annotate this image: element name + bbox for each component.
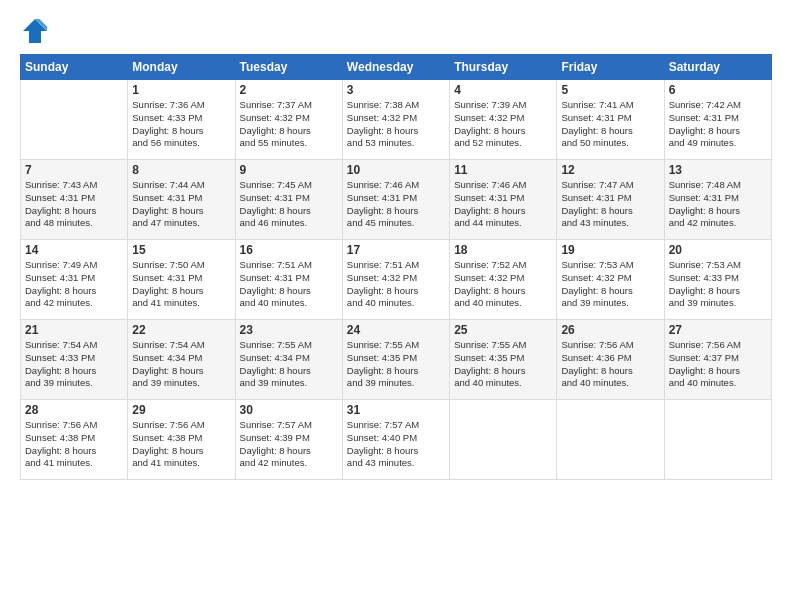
day-info: Sunrise: 7:44 AM Sunset: 4:31 PM Dayligh… [132,179,230,230]
calendar-cell: 1Sunrise: 7:36 AM Sunset: 4:33 PM Daylig… [128,80,235,160]
day-info: Sunrise: 7:42 AM Sunset: 4:31 PM Dayligh… [669,99,767,150]
calendar-cell: 27Sunrise: 7:56 AM Sunset: 4:37 PM Dayli… [664,320,771,400]
day-number: 3 [347,83,445,97]
calendar-cell: 2Sunrise: 7:37 AM Sunset: 4:32 PM Daylig… [235,80,342,160]
day-info: Sunrise: 7:38 AM Sunset: 4:32 PM Dayligh… [347,99,445,150]
weekday-header-saturday: Saturday [664,55,771,80]
weekday-header-sunday: Sunday [21,55,128,80]
day-number: 29 [132,403,230,417]
week-row-4: 21Sunrise: 7:54 AM Sunset: 4:33 PM Dayli… [21,320,772,400]
calendar-cell [664,400,771,480]
calendar-cell: 9Sunrise: 7:45 AM Sunset: 4:31 PM Daylig… [235,160,342,240]
day-number: 2 [240,83,338,97]
calendar-cell: 4Sunrise: 7:39 AM Sunset: 4:32 PM Daylig… [450,80,557,160]
calendar-cell [21,80,128,160]
page-header [20,16,772,46]
calendar-cell: 12Sunrise: 7:47 AM Sunset: 4:31 PM Dayli… [557,160,664,240]
calendar-cell: 11Sunrise: 7:46 AM Sunset: 4:31 PM Dayli… [450,160,557,240]
day-info: Sunrise: 7:36 AM Sunset: 4:33 PM Dayligh… [132,99,230,150]
logo-icon [20,16,50,46]
calendar-cell: 8Sunrise: 7:44 AM Sunset: 4:31 PM Daylig… [128,160,235,240]
day-number: 13 [669,163,767,177]
week-row-1: 1Sunrise: 7:36 AM Sunset: 4:33 PM Daylig… [21,80,772,160]
calendar-cell: 31Sunrise: 7:57 AM Sunset: 4:40 PM Dayli… [342,400,449,480]
svg-marker-0 [23,19,47,43]
calendar-cell: 30Sunrise: 7:57 AM Sunset: 4:39 PM Dayli… [235,400,342,480]
week-row-2: 7Sunrise: 7:43 AM Sunset: 4:31 PM Daylig… [21,160,772,240]
calendar-cell: 15Sunrise: 7:50 AM Sunset: 4:31 PM Dayli… [128,240,235,320]
calendar-cell: 14Sunrise: 7:49 AM Sunset: 4:31 PM Dayli… [21,240,128,320]
day-info: Sunrise: 7:55 AM Sunset: 4:35 PM Dayligh… [454,339,552,390]
day-info: Sunrise: 7:55 AM Sunset: 4:35 PM Dayligh… [347,339,445,390]
day-info: Sunrise: 7:45 AM Sunset: 4:31 PM Dayligh… [240,179,338,230]
weekday-header-friday: Friday [557,55,664,80]
calendar-cell: 3Sunrise: 7:38 AM Sunset: 4:32 PM Daylig… [342,80,449,160]
calendar-cell: 24Sunrise: 7:55 AM Sunset: 4:35 PM Dayli… [342,320,449,400]
day-info: Sunrise: 7:51 AM Sunset: 4:31 PM Dayligh… [240,259,338,310]
day-info: Sunrise: 7:56 AM Sunset: 4:36 PM Dayligh… [561,339,659,390]
calendar-cell: 28Sunrise: 7:56 AM Sunset: 4:38 PM Dayli… [21,400,128,480]
day-info: Sunrise: 7:49 AM Sunset: 4:31 PM Dayligh… [25,259,123,310]
day-number: 16 [240,243,338,257]
day-info: Sunrise: 7:54 AM Sunset: 4:34 PM Dayligh… [132,339,230,390]
day-number: 11 [454,163,552,177]
calendar-cell [557,400,664,480]
day-info: Sunrise: 7:43 AM Sunset: 4:31 PM Dayligh… [25,179,123,230]
calendar-cell: 6Sunrise: 7:42 AM Sunset: 4:31 PM Daylig… [664,80,771,160]
day-number: 5 [561,83,659,97]
day-info: Sunrise: 7:46 AM Sunset: 4:31 PM Dayligh… [347,179,445,230]
day-info: Sunrise: 7:57 AM Sunset: 4:40 PM Dayligh… [347,419,445,470]
calendar-cell: 19Sunrise: 7:53 AM Sunset: 4:32 PM Dayli… [557,240,664,320]
day-info: Sunrise: 7:56 AM Sunset: 4:37 PM Dayligh… [669,339,767,390]
calendar-table: SundayMondayTuesdayWednesdayThursdayFrid… [20,54,772,480]
calendar-cell: 18Sunrise: 7:52 AM Sunset: 4:32 PM Dayli… [450,240,557,320]
calendar-cell: 17Sunrise: 7:51 AM Sunset: 4:32 PM Dayli… [342,240,449,320]
calendar-cell [450,400,557,480]
calendar-cell: 21Sunrise: 7:54 AM Sunset: 4:33 PM Dayli… [21,320,128,400]
day-number: 23 [240,323,338,337]
day-number: 25 [454,323,552,337]
calendar-cell: 13Sunrise: 7:48 AM Sunset: 4:31 PM Dayli… [664,160,771,240]
calendar-cell: 16Sunrise: 7:51 AM Sunset: 4:31 PM Dayli… [235,240,342,320]
day-number: 6 [669,83,767,97]
day-number: 31 [347,403,445,417]
day-number: 26 [561,323,659,337]
day-number: 24 [347,323,445,337]
day-info: Sunrise: 7:52 AM Sunset: 4:32 PM Dayligh… [454,259,552,310]
day-number: 15 [132,243,230,257]
day-info: Sunrise: 7:53 AM Sunset: 4:32 PM Dayligh… [561,259,659,310]
weekday-header-wednesday: Wednesday [342,55,449,80]
logo [20,16,54,46]
day-number: 18 [454,243,552,257]
day-number: 1 [132,83,230,97]
day-number: 12 [561,163,659,177]
calendar-cell: 22Sunrise: 7:54 AM Sunset: 4:34 PM Dayli… [128,320,235,400]
day-info: Sunrise: 7:50 AM Sunset: 4:31 PM Dayligh… [132,259,230,310]
weekday-header-tuesday: Tuesday [235,55,342,80]
day-info: Sunrise: 7:53 AM Sunset: 4:33 PM Dayligh… [669,259,767,310]
day-info: Sunrise: 7:47 AM Sunset: 4:31 PM Dayligh… [561,179,659,230]
day-info: Sunrise: 7:55 AM Sunset: 4:34 PM Dayligh… [240,339,338,390]
weekday-header-thursday: Thursday [450,55,557,80]
day-info: Sunrise: 7:48 AM Sunset: 4:31 PM Dayligh… [669,179,767,230]
calendar-cell: 23Sunrise: 7:55 AM Sunset: 4:34 PM Dayli… [235,320,342,400]
day-info: Sunrise: 7:56 AM Sunset: 4:38 PM Dayligh… [132,419,230,470]
calendar-cell: 7Sunrise: 7:43 AM Sunset: 4:31 PM Daylig… [21,160,128,240]
day-info: Sunrise: 7:41 AM Sunset: 4:31 PM Dayligh… [561,99,659,150]
calendar-cell: 5Sunrise: 7:41 AM Sunset: 4:31 PM Daylig… [557,80,664,160]
week-row-5: 28Sunrise: 7:56 AM Sunset: 4:38 PM Dayli… [21,400,772,480]
day-number: 30 [240,403,338,417]
calendar-cell: 10Sunrise: 7:46 AM Sunset: 4:31 PM Dayli… [342,160,449,240]
day-number: 20 [669,243,767,257]
calendar-page: SundayMondayTuesdayWednesdayThursdayFrid… [0,0,792,612]
calendar-cell: 25Sunrise: 7:55 AM Sunset: 4:35 PM Dayli… [450,320,557,400]
week-row-3: 14Sunrise: 7:49 AM Sunset: 4:31 PM Dayli… [21,240,772,320]
day-number: 21 [25,323,123,337]
day-number: 4 [454,83,552,97]
day-info: Sunrise: 7:57 AM Sunset: 4:39 PM Dayligh… [240,419,338,470]
calendar-cell: 29Sunrise: 7:56 AM Sunset: 4:38 PM Dayli… [128,400,235,480]
day-number: 14 [25,243,123,257]
calendar-cell: 26Sunrise: 7:56 AM Sunset: 4:36 PM Dayli… [557,320,664,400]
day-info: Sunrise: 7:54 AM Sunset: 4:33 PM Dayligh… [25,339,123,390]
day-info: Sunrise: 7:37 AM Sunset: 4:32 PM Dayligh… [240,99,338,150]
